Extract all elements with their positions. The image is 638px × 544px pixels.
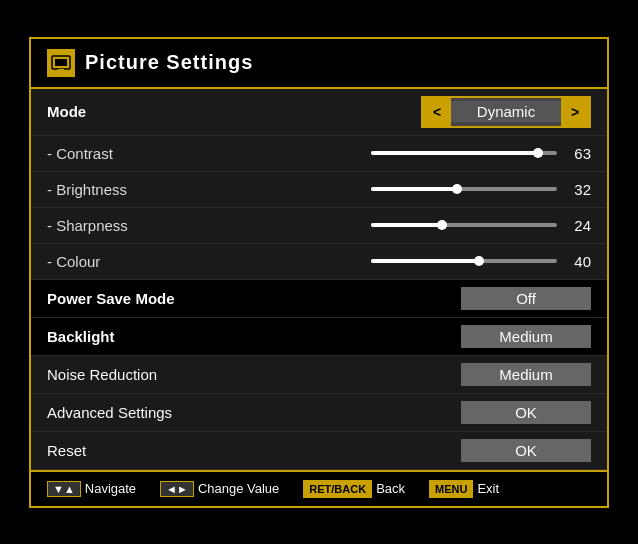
change-keys: ◄► xyxy=(160,481,194,497)
navigate-keys: ▼▲ xyxy=(47,481,81,497)
change-hint: ◄► Change Value xyxy=(160,481,279,497)
option-label-3: Advanced Settings xyxy=(47,404,307,421)
slider-row-1: - Brightness 32 xyxy=(31,172,607,208)
option-row-2: Noise Reduction Medium xyxy=(31,356,607,394)
svg-rect-2 xyxy=(58,69,64,71)
option-rows: Power Save Mode Off Backlight Medium Noi… xyxy=(31,280,607,470)
option-label-4: Reset xyxy=(47,442,307,459)
slider-track-0 xyxy=(371,151,557,155)
slider-row-3: - Colour 40 xyxy=(31,244,607,280)
slider-rows: - Contrast 63 - Brightness xyxy=(31,136,607,280)
slider-num-0: 63 xyxy=(567,145,591,162)
option-label-2: Noise Reduction xyxy=(47,366,307,383)
panel-header: Picture Settings xyxy=(31,39,607,89)
slider-label-2: - Sharpness xyxy=(47,217,307,234)
option-value-area-0: Off xyxy=(307,287,591,310)
slider-label-1: - Brightness xyxy=(47,181,307,198)
option-value-area-2: Medium xyxy=(307,363,591,386)
panel-footer: ▼▲ Navigate ◄► Change Value RET/BACK Bac… xyxy=(31,470,607,506)
slider-value-area-0: 63 xyxy=(307,145,591,162)
slider-3[interactable]: 40 xyxy=(371,253,591,270)
slider-2[interactable]: 24 xyxy=(371,217,591,234)
screen: Picture Settings Mode < Dynamic > - Cont… xyxy=(0,0,638,544)
mode-value: < Dynamic > xyxy=(307,96,591,128)
mode-label: Mode xyxy=(47,103,307,120)
option-row-4: Reset OK xyxy=(31,432,607,470)
slider-thumb-3 xyxy=(474,256,484,266)
slider-1[interactable]: 32 xyxy=(371,181,591,198)
slider-thumb-0 xyxy=(533,148,543,158)
panel-title: Picture Settings xyxy=(85,51,253,74)
navigate-hint: ▼▲ Navigate xyxy=(47,481,136,497)
option-label-0: Power Save Mode xyxy=(47,290,307,307)
slider-fill-2 xyxy=(371,223,442,227)
menu-key: MENU xyxy=(429,480,473,498)
slider-fill-1 xyxy=(371,187,457,191)
exit-label: Exit xyxy=(477,481,499,496)
slider-track-3 xyxy=(371,259,557,263)
mode-selector[interactable]: < Dynamic > xyxy=(421,96,591,128)
option-value-area-1: Medium xyxy=(307,325,591,348)
slider-value-area-2: 24 xyxy=(307,217,591,234)
slider-track-1 xyxy=(371,187,557,191)
panel-icon xyxy=(47,49,75,77)
slider-label-3: - Colour xyxy=(47,253,307,270)
navigate-label: Navigate xyxy=(85,481,136,496)
slider-num-3: 40 xyxy=(567,253,591,270)
mode-right-arrow[interactable]: > xyxy=(561,98,589,126)
panel-body: Mode < Dynamic > - Contrast xyxy=(31,89,607,470)
slider-fill-0 xyxy=(371,151,538,155)
back-label: Back xyxy=(376,481,405,496)
option-row-3: Advanced Settings OK xyxy=(31,394,607,432)
option-btn-3[interactable]: OK xyxy=(461,401,591,424)
slider-num-2: 24 xyxy=(567,217,591,234)
slider-fill-3 xyxy=(371,259,479,263)
option-btn-1[interactable]: Medium xyxy=(461,325,591,348)
exit-hint: MENU Exit xyxy=(429,480,499,498)
svg-rect-1 xyxy=(55,59,67,66)
option-label-1: Backlight xyxy=(47,328,307,345)
change-label: Change Value xyxy=(198,481,279,496)
option-btn-4[interactable]: OK xyxy=(461,439,591,462)
option-btn-0[interactable]: Off xyxy=(461,287,591,310)
picture-settings-panel: Picture Settings Mode < Dynamic > - Cont… xyxy=(29,37,609,508)
option-row-1: Backlight Medium xyxy=(31,318,607,356)
option-value-area-4: OK xyxy=(307,439,591,462)
slider-thumb-1 xyxy=(452,184,462,194)
slider-0[interactable]: 63 xyxy=(371,145,591,162)
back-key: RET/BACK xyxy=(303,480,372,498)
option-value-area-3: OK xyxy=(307,401,591,424)
back-hint: RET/BACK Back xyxy=(303,480,405,498)
option-btn-2[interactable]: Medium xyxy=(461,363,591,386)
slider-num-1: 32 xyxy=(567,181,591,198)
slider-label-0: - Contrast xyxy=(47,145,307,162)
slider-value-area-3: 40 xyxy=(307,253,591,270)
slider-row-2: - Sharpness 24 xyxy=(31,208,607,244)
slider-row-0: - Contrast 63 xyxy=(31,136,607,172)
slider-track-2 xyxy=(371,223,557,227)
mode-text: Dynamic xyxy=(451,101,561,122)
slider-thumb-2 xyxy=(437,220,447,230)
slider-value-area-1: 32 xyxy=(307,181,591,198)
option-row-0: Power Save Mode Off xyxy=(31,280,607,318)
mode-row: Mode < Dynamic > xyxy=(31,89,607,136)
mode-left-arrow[interactable]: < xyxy=(423,98,451,126)
